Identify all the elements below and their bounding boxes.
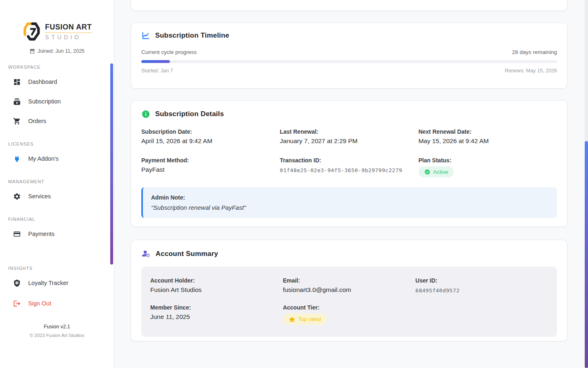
field-account-tier: Account Tier: Top rated <box>283 304 416 325</box>
sidebar-footer: Fusion v2.1 © 2023 Fusion Art Studios <box>0 324 114 338</box>
account-card-title: Account Summary <box>156 250 218 258</box>
sidebar-item-label: Services <box>28 193 51 200</box>
dashboard-icon <box>13 78 21 86</box>
status-badge-active: Active <box>419 166 454 177</box>
brand-logo[interactable]: FUSION ART STUDIO <box>0 0 114 42</box>
sidebar-item-label: Subscription <box>28 98 61 105</box>
sidebar-item-label: Payments <box>28 231 54 237</box>
sidebar-item-label: My Addon's <box>28 155 59 162</box>
plug-icon <box>13 155 21 163</box>
sidebar-item-services[interactable]: Services <box>0 186 114 206</box>
app-version: Fusion v2.1 <box>0 324 114 330</box>
sidebar-item-label: Dashboard <box>28 79 57 85</box>
joined-date: Joined: Jun 11, 2025 <box>0 48 114 54</box>
section-label-licenses: LICENSES <box>8 141 114 146</box>
field-label: Subscription Date: <box>141 128 280 135</box>
field-member-since: Member Since: June 11, 2025 <box>150 304 283 325</box>
subscription-timeline-card: Subscription Timeline Current cycle prog… <box>131 22 568 89</box>
field-value: fusionart3.0@gmail.com <box>283 286 416 294</box>
cycle-start-label: Started: Jan 7 <box>141 68 173 74</box>
sidebar-item-loyalty-tracker[interactable]: Loyalty Tracker <box>0 273 114 293</box>
sign-out-label: Sign Out <box>28 300 51 307</box>
field-transaction-id: Transaction ID: 01f48e25-02e3-94f5-3650-… <box>280 157 418 177</box>
sidebar-item-my-addons[interactable]: My Addon's <box>0 149 114 168</box>
logout-icon <box>13 300 21 307</box>
crown-icon <box>289 316 295 322</box>
sidebar-item-subscription[interactable]: Subscription <box>0 92 114 111</box>
main-scrollbar-thumb[interactable] <box>585 141 588 368</box>
section-label-workspace: WORKSPACE <box>8 65 114 70</box>
admin-note: Admin Note: "Subscription renewal via Pa… <box>141 187 557 218</box>
section-label-insights: INSIGHTS <box>8 266 114 271</box>
status-badge-label: Active <box>433 169 448 175</box>
user-id-value: 68495f40d9572 <box>415 287 548 294</box>
field-label: Account Holder: <box>150 277 283 284</box>
sidebar-item-payments[interactable]: Payments <box>0 224 114 244</box>
field-label: Email: <box>283 277 416 284</box>
field-user-id: User ID: 68495f40d9572 <box>415 277 548 294</box>
brand-text: FUSION ART STUDIO <box>45 23 91 40</box>
sidebar-item-label: Loyalty Tracker <box>28 280 68 286</box>
field-label: Payment Method: <box>141 157 280 164</box>
joined-date-label: Joined: Jun 11, 2025 <box>38 48 85 54</box>
field-label: Transaction ID: <box>280 157 418 164</box>
field-value: June 11, 2025 <box>150 313 283 321</box>
sidebar-item-label: Orders <box>28 118 46 124</box>
info-icon <box>141 110 150 119</box>
field-value: PayFast <box>141 166 280 173</box>
field-email: Email: fusionart3.0@gmail.com <box>283 277 416 294</box>
section-label-financial: FINANCIAL <box>8 217 114 222</box>
main-content: Subscription Timeline Current cycle prog… <box>114 0 588 368</box>
credit-card-icon <box>13 230 21 238</box>
tier-badge-label: Top rated <box>298 316 321 322</box>
cycle-progress-fill <box>141 60 170 63</box>
transaction-id-value: 01f48e25-02e3-94f5-3650-9b29799c2279 <box>280 167 418 173</box>
field-label: Plan Status: <box>419 157 557 164</box>
calendar-icon <box>29 48 35 54</box>
sidebar-item-dashboard[interactable]: Dashboard <box>0 72 114 92</box>
cycle-progress-bar <box>141 60 557 63</box>
field-payment-method: Payment Method: PayFast <box>141 157 280 177</box>
admin-note-label: Admin Note: <box>151 194 549 201</box>
sidebar-item-orders[interactable]: Orders <box>0 111 114 131</box>
field-value: April 15, 2026 at 9:42 AM <box>141 137 280 145</box>
cycle-progress-label: Current cycle progress <box>141 49 197 55</box>
gear-icon <box>13 193 21 200</box>
field-account-holder: Account Holder: Fusion Art Studios <box>150 277 283 294</box>
subscription-details-card: Subscription Details Subscription Date: … <box>131 100 568 227</box>
field-next-renewal-date: Next Renewal Date: May 15, 2026 at 9:42 … <box>419 128 557 145</box>
field-plan-status: Plan Status: Active <box>419 157 557 177</box>
empty-cell <box>415 304 548 325</box>
partial-top-card <box>131 0 568 11</box>
timeline-card-title: Subscription Timeline <box>155 31 229 40</box>
line-chart-icon <box>141 31 150 40</box>
cart-icon <box>13 117 21 125</box>
shield-clock-icon <box>13 279 21 287</box>
section-label-management: MANAGEMENT <box>8 179 114 184</box>
field-last-renewal: Last Renewal: January 7, 2027 at 2:29 PM <box>280 128 418 145</box>
tier-badge-top-rated: Top rated <box>283 314 327 325</box>
details-card-title: Subscription Details <box>155 110 224 118</box>
field-label: Account Tier: <box>283 304 416 311</box>
subscriptions-icon <box>13 98 21 105</box>
days-remaining-label: 28 days remaining <box>512 49 557 55</box>
check-circle-icon <box>424 169 430 175</box>
admin-user-icon <box>141 249 151 258</box>
field-label: Member Since: <box>150 304 283 311</box>
field-value: Fusion Art Studios <box>150 286 283 294</box>
field-subscription-date: Subscription Date: April 15, 2026 at 9:4… <box>141 128 280 145</box>
brand-subtitle: STUDIO <box>45 34 91 40</box>
account-summary-panel: Account Holder: Fusion Art Studios Email… <box>141 267 557 337</box>
field-value: January 7, 2027 at 2:29 PM <box>280 137 418 145</box>
brand-name: FUSION ART <box>45 23 91 33</box>
sidebar-scrollbar-thumb[interactable] <box>110 63 113 265</box>
admin-note-text: "Subscription renewal via PayFast" <box>151 204 549 211</box>
copyright: © 2023 Fusion Art Studios <box>0 333 114 338</box>
field-label: Last Renewal: <box>280 128 418 135</box>
sidebar: FUSION ART STUDIO Joined: Jun 11, 2025 W… <box>0 0 114 368</box>
cycle-renew-label: Renews: May 15, 2026 <box>505 68 557 74</box>
field-label: User ID: <box>415 277 548 284</box>
field-value: May 15, 2026 at 9:42 AM <box>419 137 557 145</box>
sign-out-button[interactable]: Sign Out <box>0 294 114 313</box>
account-summary-card: Account Summary Account Holder: Fusion A… <box>131 240 568 341</box>
